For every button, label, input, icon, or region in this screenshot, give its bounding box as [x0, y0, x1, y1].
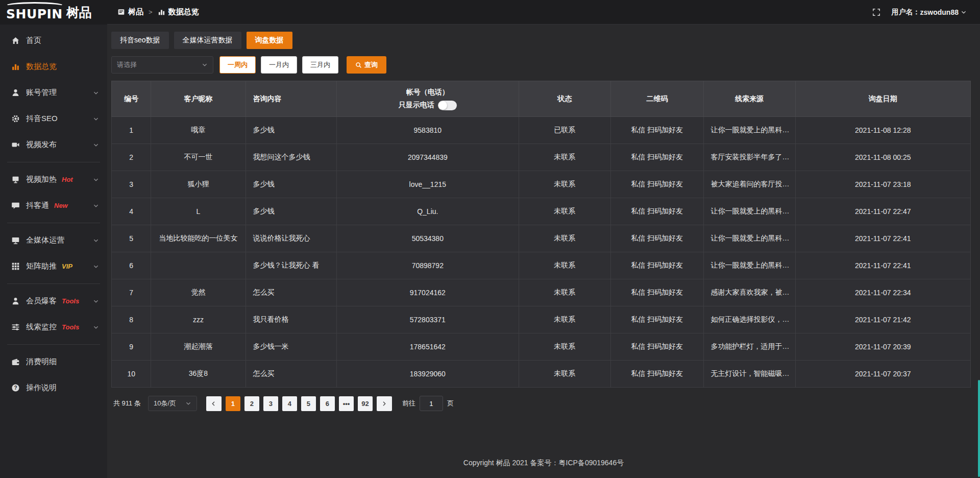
table-row: 5当地比较能吃的一位美女说说价格让我死心50534380未联系私信 扫码加好友让…: [112, 225, 971, 252]
cell-source[interactable]: 如何正确选择投影仪，买投影...: [703, 306, 795, 333]
cell-source[interactable]: 让你一眼就爱上的黑科技，能...: [703, 252, 795, 279]
data-tabs: 抖音seo数据全媒体运营数据询盘数据: [111, 32, 971, 49]
scrollbar-thumb[interactable]: [978, 380, 980, 477]
sidebar-item-lead-monitoring[interactable]: 线索监控Tools: [0, 314, 107, 340]
cell-date: 2021-11-07 20:39: [795, 333, 970, 361]
sidebar-item-label: 全媒体运营: [26, 235, 64, 245]
page-list: 123456•••92: [224, 396, 375, 411]
cell-source[interactable]: 多功能护栏灯，适用于乡村文...: [703, 333, 795, 361]
sidebar-item-video-publish[interactable]: 视频发布: [0, 132, 107, 158]
sidebar: SHUPIN 树品 首页数据总览账号管理抖音SEO视频发布视频加热Hot抖客通N…: [0, 0, 107, 478]
cell-qr[interactable]: 私信 扫码加好友: [610, 225, 703, 252]
page-button-92[interactable]: 92: [358, 396, 373, 411]
brand-logo[interactable]: SHUPIN 树品: [0, 0, 107, 25]
sidebar-item-consumption-detail[interactable]: 消费明细: [0, 349, 107, 375]
cell-qr[interactable]: 私信 扫码加好友: [610, 306, 703, 333]
column-header-label: 状态: [557, 94, 572, 103]
cell-source[interactable]: 让你一眼就爱上的黑科技，能...: [703, 198, 795, 225]
column-header-label: 编号: [124, 94, 138, 103]
cell-nickname: 哦章: [151, 117, 246, 144]
page-button-3[interactable]: 3: [263, 396, 278, 411]
grid-icon: [11, 262, 20, 271]
prev-page-button[interactable]: [206, 396, 222, 411]
sidebar-item-label: 矩阵助推: [26, 261, 57, 271]
sidebar-nav: 首页数据总览账号管理抖音SEO视频发布视频加热Hot抖客通New全媒体运营矩阵助…: [0, 25, 107, 401]
cell-date: 2021-11-07 22:41: [795, 252, 970, 279]
page-ellipsis[interactable]: •••: [339, 396, 354, 411]
tab-douyin-seo-data[interactable]: 抖音seo数据: [111, 32, 169, 49]
cell-qr[interactable]: 私信 扫码加好友: [610, 144, 703, 171]
tab-omni-media-data[interactable]: 全媒体运营数据: [174, 32, 241, 49]
bar-chart-icon: [158, 8, 165, 16]
cell-source[interactable]: 无主灯设计，智能磁吸轨道灯...: [703, 361, 795, 388]
cell-account: 2097344839: [336, 144, 519, 171]
page-button-2[interactable]: 2: [244, 396, 259, 411]
range-button-one-month[interactable]: 一月内: [261, 56, 297, 74]
page-button-4[interactable]: 4: [282, 396, 297, 411]
chevron-down-icon[interactable]: [961, 9, 967, 15]
query-button[interactable]: 查询: [347, 56, 386, 74]
total-count: 共 911 条: [113, 399, 141, 408]
cell-qr[interactable]: 私信 扫码加好友: [610, 279, 703, 306]
next-page-button[interactable]: [377, 396, 392, 411]
cell-qr[interactable]: 私信 扫码加好友: [610, 361, 703, 388]
sidebar-item-douketong[interactable]: 抖客通New: [0, 193, 107, 219]
cell-no: 7: [112, 279, 151, 306]
filter-select[interactable]: 请选择: [111, 56, 213, 74]
chevron-down-icon: [93, 264, 99, 270]
cell-content: 怎么买: [246, 279, 336, 306]
cell-content: 我只看价格: [246, 306, 336, 333]
username-value[interactable]: zswodun88: [920, 8, 959, 16]
range-button-one-week[interactable]: 一周内: [219, 56, 256, 74]
home-icon: [11, 36, 20, 45]
cell-nickname: 潮起潮落: [151, 333, 246, 361]
sidebar-item-label: 抖音SEO: [26, 114, 58, 124]
phone-only-toggle[interactable]: [438, 101, 457, 110]
chevron-down-icon: [202, 62, 208, 68]
member-icon: [11, 297, 20, 305]
sidebar-item-operation-guide[interactable]: ?操作说明: [0, 375, 107, 401]
tab-inquiry-data[interactable]: 询盘数据: [247, 32, 292, 49]
cell-source[interactable]: 被大家追着问的客厅投影分享...: [703, 171, 795, 198]
breadcrumb-item-home[interactable]: 树品: [117, 7, 143, 17]
sidebar-item-label: 会员爆客: [26, 296, 57, 306]
cell-qr[interactable]: 私信 扫码加好友: [610, 333, 703, 361]
sidebar-item-label: 视频发布: [26, 140, 57, 150]
cell-qr[interactable]: 私信 扫码加好友: [610, 252, 703, 279]
cell-source[interactable]: 感谢大家喜欢我家，被问了好...: [703, 279, 795, 306]
range-button-three-months[interactable]: 三月内: [302, 56, 338, 74]
cell-status: 未联系: [519, 361, 610, 388]
cell-no: 3: [112, 171, 151, 198]
sidebar-item-account-management[interactable]: 账号管理: [0, 80, 107, 106]
cell-nickname: zzz: [151, 306, 246, 333]
sidebar-item-label: 数据总览: [26, 62, 57, 71]
page-button-6[interactable]: 6: [320, 396, 335, 411]
page-button-5[interactable]: 5: [301, 396, 316, 411]
cell-qr[interactable]: 私信 扫码加好友: [610, 117, 703, 144]
fullscreen-icon[interactable]: [872, 8, 880, 16]
cell-status: 未联系: [519, 333, 610, 361]
page-size-select[interactable]: 10条/页: [148, 396, 197, 411]
cell-source[interactable]: 让你一眼就爱上的黑科技，能...: [703, 225, 795, 252]
sidebar-item-omni-media-operation[interactable]: 全媒体运营: [0, 227, 107, 253]
dashboard-icon: [117, 8, 125, 16]
cell-source[interactable]: 让你一眼就爱上的黑科技，能...: [703, 117, 795, 144]
chevron-down-icon: [93, 237, 99, 244]
sidebar-item-video-heating[interactable]: 视频加热Hot: [0, 166, 107, 193]
page-button-1[interactable]: 1: [226, 396, 240, 411]
sidebar-item-douyin-seo[interactable]: 抖音SEO: [0, 106, 107, 132]
sidebar-item-matrix-boost[interactable]: 矩阵助推VIP: [0, 253, 107, 279]
cell-status: 未联系: [519, 225, 610, 252]
goto-page-input[interactable]: [420, 396, 443, 411]
column-header-qr: 二维码: [610, 81, 703, 117]
sidebar-item-member-baoke[interactable]: 会员爆客Tools: [0, 288, 107, 314]
sidebar-item-data-overview[interactable]: 数据总览: [0, 54, 107, 80]
cell-qr[interactable]: 私信 扫码加好友: [610, 198, 703, 225]
bar-chart-icon: [11, 62, 20, 71]
sidebar-item-home[interactable]: 首页: [0, 28, 107, 54]
cell-qr[interactable]: 私信 扫码加好友: [610, 171, 703, 198]
cell-source[interactable]: 客厅安装投影半年多了，真实...: [703, 144, 795, 171]
monitor-icon: [11, 236, 20, 245]
breadcrumb-item-data-overview[interactable]: 数据总览: [158, 7, 199, 17]
cell-nickname: L: [151, 198, 246, 225]
